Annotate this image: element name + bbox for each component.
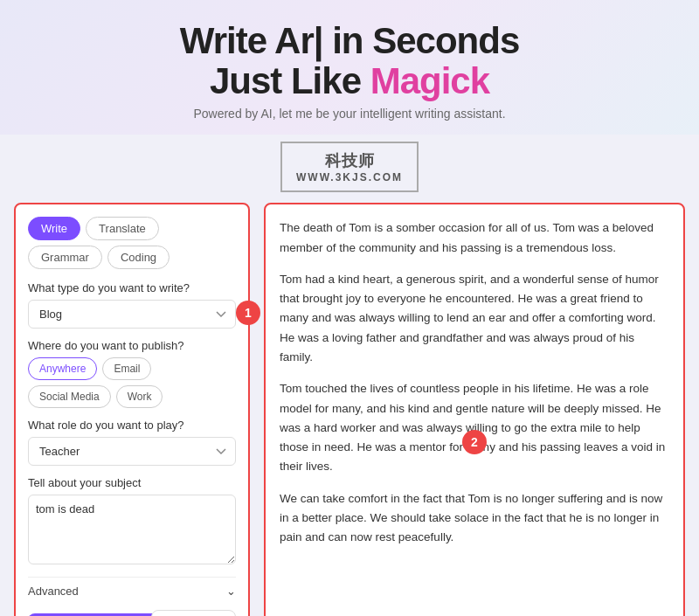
publish-anywhere[interactable]: Anywhere	[28, 357, 97, 380]
output-text: The death of Tom is a somber occasion fo…	[280, 218, 669, 616]
publish-email[interactable]: Email	[102, 357, 151, 380]
publish-label: Where do you want to publish?	[28, 339, 236, 352]
tab-group: Write Translate Grammar Coding	[28, 217, 236, 269]
advanced-label: Advanced	[28, 585, 79, 598]
tab-translate[interactable]: Translate	[86, 217, 159, 240]
header-subtitle: Powered by AI, let me be your intelligen…	[17, 107, 682, 121]
watermark-box: 科技师 WWW.3KJS.COM	[280, 142, 419, 192]
left-panel: Write Translate Grammar Coding What type…	[14, 203, 250, 616]
magick-text: Magick	[370, 60, 489, 101]
publish-social[interactable]: Social Media	[28, 385, 111, 408]
tab-write[interactable]: Write	[28, 217, 80, 240]
tab-grammar[interactable]: Grammar	[28, 246, 102, 269]
output-paragraph-3: Tom touched the lives of countless peopl…	[280, 379, 666, 476]
page-title: Write Ar| in Seconds Just Like Magick	[17, 21, 682, 101]
subject-textarea[interactable]: tom is dead	[28, 495, 236, 564]
header: Write Ar| in Seconds Just Like Magick Po…	[0, 0, 699, 135]
output-paragraph-2: Tom had a kind heart, a generous spirit,…	[280, 270, 666, 367]
type-label: What type do you want to write?	[28, 281, 236, 294]
advanced-toggle[interactable]: Advanced ⌄	[28, 577, 236, 605]
role-label: What role do you want to play?	[28, 419, 236, 432]
tab-coding[interactable]: Coding	[107, 246, 170, 269]
right-panel: The death of Tom is a somber occasion fo…	[264, 203, 685, 616]
output-paragraph-4: We can take comfort in the fact that Tom…	[280, 489, 666, 548]
publish-work[interactable]: Work	[116, 385, 163, 408]
step-badge-1: 1	[236, 301, 260, 325]
type-select[interactable]: Blog	[28, 300, 236, 329]
buy-credits-button[interactable]: Buy Credits	[151, 610, 236, 616]
subject-label: Tell about your subject	[28, 476, 236, 489]
step-badge-2: 2	[462, 430, 487, 454]
watermark-section: 科技师 WWW.3KJS.COM	[0, 142, 699, 192]
role-select[interactable]: Teacher	[28, 437, 236, 466]
output-paragraph-1: The death of Tom is a somber occasion fo…	[280, 218, 666, 258]
main-content: Write Translate Grammar Coding What type…	[0, 203, 699, 616]
brand-url: WWW.3KJS.COM	[296, 171, 403, 183]
brand-name: 科技师	[325, 152, 375, 170]
publish-options: Anywhere Email Social Media Work	[28, 357, 236, 408]
subtitle-prefix: Just Like	[210, 60, 370, 101]
chevron-down-icon: ⌄	[226, 585, 236, 598]
